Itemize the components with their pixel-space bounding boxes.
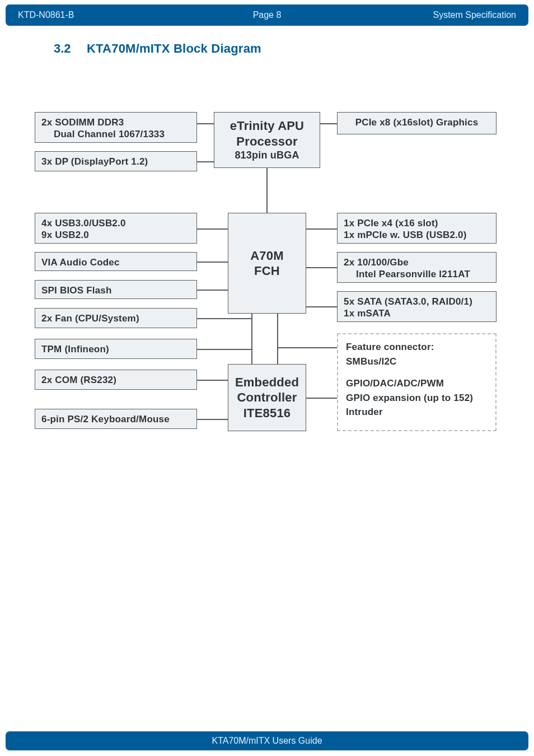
connector-line xyxy=(306,267,337,268)
connector-line xyxy=(266,168,268,213)
apu-line1: eTrinity APU xyxy=(230,118,304,134)
sodimm-block: 2x SODIMM DDR3 Dual Channel 1067/1333 xyxy=(35,112,197,143)
apu-block: eTrinity APU Processor 813pin uBGA xyxy=(214,112,320,168)
connector-line xyxy=(197,290,228,291)
page-footer-bar: KTA70M/mITX Users Guide xyxy=(6,731,528,750)
section-title: KTA70M/mITX Block Diagram xyxy=(87,41,261,55)
sodimm-line2: Dual Channel 1067/1333 xyxy=(41,128,190,140)
connector-line xyxy=(197,349,251,350)
sata-block: 5x SATA (SATA3.0, RAID0/1) 1x mSATA xyxy=(337,291,496,322)
lan-line2: Intel Pearsonville I211AT xyxy=(344,268,490,280)
com-block: 2x COM (RS232) xyxy=(35,370,197,390)
connector-line xyxy=(306,306,337,307)
sodimm-line1: 2x SODIMM DDR3 xyxy=(41,116,190,128)
section-heading: 3.2 KTA70M/mITX Block Diagram xyxy=(54,41,512,56)
feature-block: Feature connector: SMBus/I2C GPIO/DAC/AD… xyxy=(337,333,496,431)
footer-title: KTA70M/mITX Users Guide xyxy=(212,736,322,746)
lan-block: 2x 10/100/Gbe Intel Pearsonville I211AT xyxy=(337,252,496,283)
feat-line1: Feature connector: xyxy=(346,340,488,354)
audio-block: VIA Audio Codec xyxy=(35,252,197,271)
fch-block: A70M FCH xyxy=(228,213,306,314)
connector-line xyxy=(306,398,337,399)
connector-line xyxy=(277,314,278,364)
connector-line xyxy=(197,318,251,319)
connector-line xyxy=(197,419,228,420)
usb-block: 4x USB3.0/USB2.0 9x USB2.0 xyxy=(35,213,197,244)
connector-line xyxy=(277,347,337,348)
connector-line xyxy=(251,314,252,364)
block-diagram: eTrinity APU Processor 813pin uBGA 2x SO… xyxy=(35,112,499,470)
dp-block: 3x DP (DisplayPort 1.2) xyxy=(35,151,197,171)
doc-code: KTD-N0861-B xyxy=(18,10,253,20)
section-label: System Specification xyxy=(281,10,516,20)
pcie-line2: 1x mPCIe w. USB (USB2.0) xyxy=(344,229,490,241)
section-number: 3.2 xyxy=(54,41,71,55)
fch-line1: A70M xyxy=(250,248,284,264)
page-number: Page 8 xyxy=(253,10,282,20)
feat-line6: Intruder xyxy=(346,405,488,419)
ec-block: Embedded Controller ITE8516 xyxy=(228,364,306,431)
fan-block: 2x Fan (CPU/System) xyxy=(35,308,197,328)
ec-line3: ITE8516 xyxy=(243,405,291,421)
usb-line2: 9x USB2.0 xyxy=(41,229,190,241)
tpm-block: TPM (Infineon) xyxy=(35,339,197,359)
lan-line1: 2x 10/100/Gbe xyxy=(344,256,490,268)
fch-line2: FCH xyxy=(254,263,280,279)
ec-line1: Embedded xyxy=(235,375,299,390)
pcie-gfx-block: PCIe x8 (x16slot) Graphics xyxy=(337,112,496,134)
connector-line xyxy=(197,123,214,124)
connector-line xyxy=(197,380,228,381)
feat-line5: GPIO expansion (up to 152) xyxy=(346,391,488,405)
feat-spacer xyxy=(346,368,488,376)
usb-line1: 4x USB3.0/USB2.0 xyxy=(41,217,190,229)
page-header-bar: KTD-N0861-B Page 8 System Specification xyxy=(6,4,528,26)
connector-line xyxy=(320,123,337,124)
pcie-line1: 1x PCIe x4 (x16 slot) xyxy=(344,217,490,229)
sata-line2: 1x mSATA xyxy=(344,307,490,319)
connector-line xyxy=(197,161,214,162)
ec-line2: Controller xyxy=(237,390,297,405)
connector-line xyxy=(197,228,228,230)
sata-line1: 5x SATA (SATA3.0, RAID0/1) xyxy=(344,296,490,307)
apu-line3: 813pin uBGA xyxy=(235,149,299,162)
feat-line4: GPIO/DAC/ADC/PWM xyxy=(346,376,488,391)
feat-line2: SMBus/I2C xyxy=(346,354,488,369)
spi-block: SPI BIOS Flash xyxy=(35,280,197,299)
connector-line xyxy=(197,262,228,263)
pcie-block: 1x PCIe x4 (x16 slot) 1x mPCIe w. USB (U… xyxy=(337,213,496,244)
ps2-block: 6-pin PS/2 Keyboard/Mouse xyxy=(35,409,197,429)
connector-line xyxy=(306,228,337,230)
apu-line2: Processor xyxy=(236,134,297,150)
